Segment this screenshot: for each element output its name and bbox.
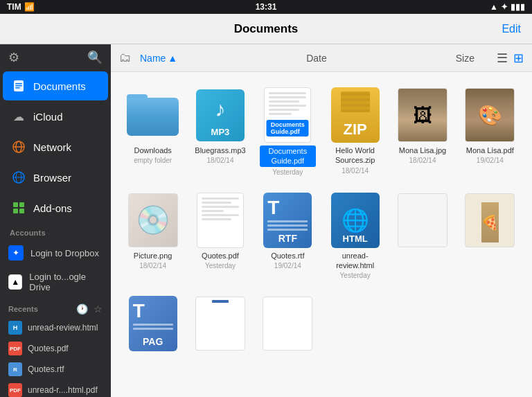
pdf-line bbox=[202, 197, 239, 200]
list-view-icon[interactable]: ☰ bbox=[497, 51, 508, 66]
toolbar-size-label: Size bbox=[456, 53, 475, 64]
quotes-rtf-wrapper: T RTF bbox=[260, 193, 315, 248]
svg-rect-12 bbox=[13, 209, 18, 213]
page1-thumb bbox=[398, 193, 447, 247]
new-folder-icon[interactable]: 🗂 bbox=[119, 51, 132, 65]
sidebar-recent-unread-pdf[interactable]: PDF unread-r....html.pdf bbox=[0, 380, 111, 397]
sidebar-recent-quotes-rtf[interactable]: R Quotes.rtf bbox=[0, 359, 111, 380]
sidebar-item-icloud[interactable]: ☁ iCloud bbox=[3, 102, 108, 131]
pdf-line bbox=[269, 113, 291, 115]
sidebar-item-documents[interactable]: Documents bbox=[3, 71, 108, 100]
page3-thumb bbox=[195, 297, 245, 351]
svg-rect-3 bbox=[15, 87, 20, 89]
page2-thumb: 🍕 bbox=[465, 193, 515, 247]
mona-lisa-jpg-wrapper: 🖼 bbox=[395, 87, 450, 143]
grid-view-icon[interactable]: ⊞ bbox=[513, 51, 524, 66]
pdf-line bbox=[269, 109, 299, 111]
gear-icon[interactable]: ⚙ bbox=[8, 50, 19, 65]
file-item-mona-lisa-jpg[interactable]: 🖼 Mona Lisa.jpg 18/02/14 bbox=[391, 83, 453, 180]
html-recent-icon: H bbox=[8, 321, 22, 335]
svg-rect-13 bbox=[19, 209, 24, 213]
picture-png-name: Picture.png bbox=[134, 251, 172, 261]
svg-rect-1 bbox=[15, 83, 22, 85]
sidebar-recent-unread-html[interactable]: H unread-review.html bbox=[0, 317, 111, 338]
unread-review-date: Yesterday bbox=[340, 272, 371, 279]
file-item-quotes-pdf[interactable]: Quotes.pdf Yesterday bbox=[189, 188, 251, 284]
file-item-mona-lisa-pdf[interactable]: 🎨 Mona Lisa.pdf 19/02/14 bbox=[459, 83, 521, 180]
file-grid: Downloads empty folder ♪ Bluegrass.mp3 1… bbox=[111, 72, 532, 397]
status-right: ▲ ✦ ▮▮▮ bbox=[490, 2, 525, 12]
folder-body bbox=[127, 98, 179, 136]
file-item-documents-guide[interactable]: DocumentsGuide.pdf Documents Guide.pdf Y… bbox=[257, 83, 319, 180]
pdf-line bbox=[269, 100, 299, 103]
title-bar: Documents Edit bbox=[0, 14, 532, 44]
sidebar-item-dropbox[interactable]: ✦ Login to Dropbox bbox=[0, 240, 111, 266]
zip-icon-wrapper: ZIP bbox=[328, 87, 383, 143]
quotes-rtf-name: Quotes.rtf bbox=[271, 251, 304, 261]
recents-icons: 🕐 ☆ bbox=[76, 303, 103, 315]
sort-name-label: Name bbox=[140, 53, 166, 64]
folder-icon-wrapper bbox=[125, 87, 181, 143]
picture-png-wrapper: 💿 bbox=[125, 193, 181, 248]
sidebar-item-network[interactable]: Network bbox=[3, 132, 108, 161]
sort-arrow: ▲ bbox=[168, 53, 177, 64]
file-item-page3[interactable] bbox=[189, 292, 251, 358]
pag-lines bbox=[133, 324, 173, 332]
dropbox-icon: ✦ bbox=[8, 245, 24, 261]
bluegrass-date: 18/02/14 bbox=[207, 157, 234, 164]
recent-quotes-rtf-label: Quotes.rtf bbox=[28, 364, 64, 374]
pag-wrapper: T PAG bbox=[125, 296, 181, 351]
edit-button[interactable]: Edit bbox=[502, 23, 521, 35]
file-item-pag[interactable]: T PAG bbox=[122, 292, 184, 358]
sidebar-item-addons[interactable]: Add-ons bbox=[3, 193, 108, 222]
sidebar-recent-quotes-pdf[interactable]: PDF Quotes.pdf bbox=[0, 338, 111, 359]
mona-lisa-pdf-thumb: 🎨 bbox=[465, 88, 515, 142]
status-left: TIM 📶 bbox=[7, 2, 35, 12]
recent-unread-html-label: unread-review.html bbox=[28, 323, 98, 333]
sort-name-button[interactable]: Name ▲ bbox=[140, 53, 177, 64]
picture-png-thumb: 💿 bbox=[128, 193, 178, 247]
page3-wrapper bbox=[193, 296, 248, 351]
main-layout: ⚙ 🔍 Documents ☁ iCloud Network bbox=[0, 44, 532, 397]
folder-icon-shape bbox=[127, 94, 179, 136]
location-icon: ▲ bbox=[490, 2, 498, 12]
rtf-line bbox=[267, 229, 308, 231]
unread-review-name: unread-review.html bbox=[327, 251, 383, 271]
page1-content bbox=[422, 201, 423, 245]
sidebar-network-label: Network bbox=[33, 141, 71, 153]
clock-icon[interactable]: 🕐 bbox=[76, 303, 88, 315]
pdf-recent-icon: PDF bbox=[8, 342, 22, 355]
file-item-page2[interactable]: 🍕 bbox=[459, 188, 521, 284]
mona-lisa-pdf-wrapper: 🎨 bbox=[462, 87, 517, 143]
rtf-letter: T bbox=[267, 198, 279, 218]
recent-unread-pdf-label: unread-r....html.pdf bbox=[28, 385, 98, 395]
rtf-badge: RTF bbox=[263, 233, 312, 244]
page4-thumb bbox=[263, 297, 312, 351]
documents-guide-name: Documents Guide.pdf bbox=[260, 145, 316, 167]
file-item-page1[interactable] bbox=[391, 188, 453, 284]
pag-icon: T PAG bbox=[129, 296, 177, 351]
file-item-bluegrass[interactable]: ♪ Bluegrass.mp3 18/02/14 bbox=[189, 83, 251, 180]
pdf-line bbox=[202, 218, 231, 220]
sidebar-item-gdrive[interactable]: ▲ Login to...ogle Drive bbox=[0, 266, 111, 298]
file-item-downloads[interactable]: Downloads empty folder bbox=[122, 83, 184, 180]
search-icon[interactable]: 🔍 bbox=[87, 50, 103, 65]
quotes-pdf-wrapper bbox=[193, 193, 248, 248]
mona-lisa-img: 🖼 bbox=[398, 89, 447, 141]
file-item-picture-png[interactable]: 💿 Picture.png 18/02/14 bbox=[122, 188, 184, 284]
file-item-page4[interactable] bbox=[257, 292, 319, 358]
file-item-unread-review[interactable]: 🌐 HTML unread-review.html Yesterday bbox=[324, 188, 386, 284]
html-icon: 🌐 HTML bbox=[331, 193, 380, 248]
star-icon[interactable]: ☆ bbox=[94, 303, 103, 315]
file-item-zip[interactable]: ZIP Hello World Sources.zip 18/02/14 bbox=[324, 83, 386, 180]
carrier-label: TIM bbox=[7, 2, 21, 12]
addons-icon bbox=[11, 200, 26, 215]
recents-label: Recents bbox=[8, 305, 38, 313]
file-item-quotes-rtf[interactable]: T RTF Quotes.rtf 19/02/14 bbox=[257, 188, 319, 284]
gdrive-icon: ▲ bbox=[8, 274, 22, 290]
sidebar-browser-label: Browser bbox=[33, 172, 71, 184]
svg-rect-11 bbox=[19, 202, 24, 207]
quotes-pdf-name: Quotes.pdf bbox=[202, 251, 239, 261]
sidebar-item-browser[interactable]: Browser bbox=[3, 163, 108, 192]
documents-icon bbox=[11, 78, 26, 94]
